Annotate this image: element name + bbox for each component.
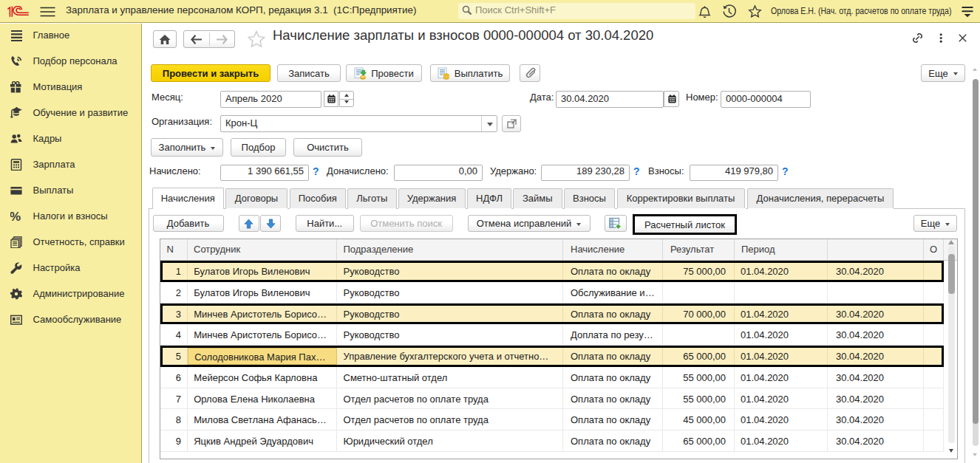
svg-text:%: % — [10, 210, 21, 222]
